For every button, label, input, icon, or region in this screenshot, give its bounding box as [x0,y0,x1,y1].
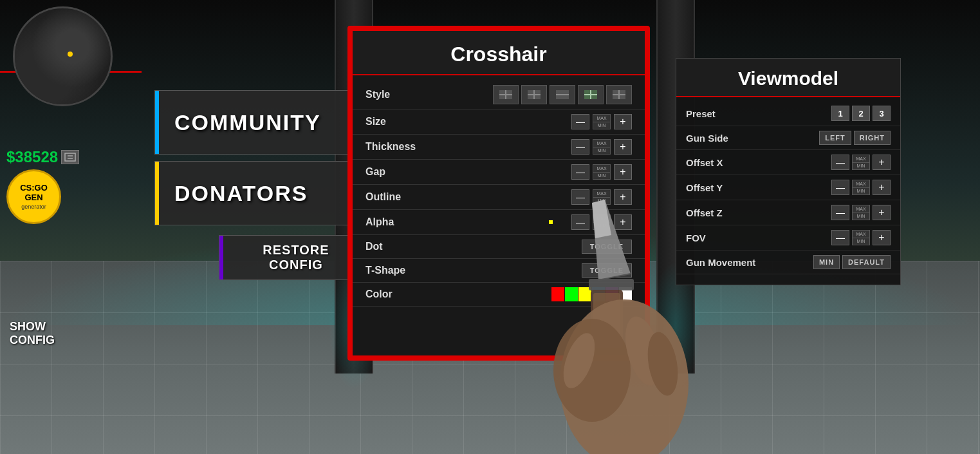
right-btn[interactable]: RIGHT [854,131,891,145]
fov-max[interactable]: MAX [853,231,869,238]
crosshair-gap-row: Gap — MAX MIN + [353,160,645,185]
thickness-max[interactable]: MAX [593,140,610,147]
offsetx-min[interactable]: MIN [853,163,869,170]
csgo-logo-sub: generator [21,203,46,210]
thickness-plus[interactable]: + [614,139,632,155]
fov-minus[interactable]: — [831,230,849,245]
minimap-inner [15,8,111,104]
offsetz-plus[interactable]: + [873,205,891,220]
style-preset-4[interactable] [578,85,604,104]
vm-offsetx-label: Offset X [686,157,831,168]
color-swatch-yellow[interactable] [578,287,591,301]
style-preset-2[interactable] [521,85,547,104]
preset-btn-1[interactable]: 1 [831,106,849,121]
offsety-minus[interactable]: — [831,180,849,195]
alpha-min[interactable]: MIN [593,223,610,230]
dot-toggle[interactable]: TOGGLE [582,240,632,254]
vm-gunmov-controls: MIN DEFAULT [813,255,891,269]
color-swatch-white[interactable] [619,287,632,301]
style-preset-1[interactable] [493,85,519,104]
csgo-logo-gen: GEN [24,193,42,202]
alpha-max[interactable]: MAX [593,215,610,223]
crosshair-outline-row: Outline — MAX MIN + [353,185,645,210]
vm-offsetz-row: Offset Z — MAX MIN + [676,200,900,225]
gap-min[interactable]: MIN [593,173,610,180]
offsetx-max[interactable]: MAX [853,155,869,163]
thickness-maxmin: MAX MIN [593,139,611,155]
style-preset-3[interactable] [550,85,575,104]
viewmodel-title: Viewmodel [676,59,900,97]
gunmov-default-btn[interactable]: DEFAULT [842,255,891,269]
thickness-controls: — MAX MIN + [443,139,632,155]
csgo-logo-text: CS:GO [20,184,48,193]
vm-fov-row: FOV — MAX MIN + [676,225,900,251]
crosshair-panel-inner: Crosshair Style Size [353,31,645,355]
size-min[interactable]: MIN [593,122,610,129]
offsety-plus[interactable]: + [873,180,891,195]
viewmodel-rows: Preset 1 2 3 Gun Side LEFT RIGHT Offset … [676,97,900,278]
dot-controls: TOGGLE [443,240,632,254]
size-controls: — MAX MIN + [443,114,632,129]
offsetz-maxmin: MAX MIN [852,205,870,220]
style-controls [443,85,632,104]
offsetz-max[interactable]: MAX [853,205,869,213]
thickness-minus[interactable]: — [571,139,589,155]
left-btn[interactable]: LEFT [819,131,851,145]
outline-maxmin: MAX MIN [593,189,611,205]
community-button[interactable]: COMMUNITY [154,90,373,155]
outline-max[interactable]: MAX [593,190,610,198]
vm-gunside-controls: LEFT RIGHT [819,131,891,145]
offsety-max[interactable]: MAX [853,180,869,188]
alpha-minus[interactable]: — [571,214,589,230]
vm-offsetz-label: Offset Z [686,207,831,218]
style-preset-5[interactable] [606,85,632,104]
offsetz-min[interactable]: MIN [853,213,869,220]
outline-controls: — MAX MIN + [443,189,632,205]
size-plus[interactable]: + [614,114,632,129]
size-max[interactable]: MAX [593,115,610,122]
donators-button[interactable]: DONATORS [154,161,373,225]
outline-min[interactable]: MIN [593,198,610,205]
gap-controls: — MAX MIN + [443,164,632,180]
offsetz-minus[interactable]: — [831,205,849,220]
color-swatch-green[interactable] [565,287,578,301]
alpha-plus[interactable]: + [614,214,632,230]
svg-rect-0 [65,153,75,161]
donators-accent [155,162,159,225]
fov-min[interactable]: MIN [853,238,869,245]
tshape-label: T-Shape [365,265,443,276]
color-swatch-magenta[interactable] [606,287,618,301]
vm-fov-controls: — MAX MIN + [831,230,891,245]
vm-preset-controls: 1 2 3 [831,106,891,121]
size-minus[interactable]: — [571,114,589,129]
vm-preset-label: Preset [686,108,831,119]
minimap-area [0,0,142,129]
offsety-min[interactable]: MIN [853,188,869,195]
offsetx-plus[interactable]: + [873,155,891,170]
crosshair-size-row: Size — MAX MIN + [353,109,645,135]
csgo-logo: CS:GO GEN generator [6,169,61,224]
thickness-min[interactable]: MIN [593,147,610,155]
offsetx-minus[interactable]: — [831,155,849,170]
tshape-toggle[interactable]: TOGGLE [582,263,632,278]
outline-plus[interactable]: + [614,189,632,205]
preset-btn-2[interactable]: 2 [852,106,870,121]
fov-plus[interactable]: + [873,230,891,245]
color-swatch-red[interactable] [551,287,564,301]
left-panel: COMMUNITY DONATORS RESTORECONFIG [142,39,373,280]
gap-max[interactable]: MAX [593,165,610,173]
vm-fov-label: FOV [686,232,831,243]
gap-maxmin: MAX MIN [593,164,611,180]
dot-label: Dot [365,241,443,252]
money-display: $38528 [6,148,79,166]
size-maxmin: MAX MIN [593,114,611,129]
gap-minus[interactable]: — [571,164,589,180]
gap-plus[interactable]: + [614,164,632,180]
vm-offsety-row: Offset Y — MAX MIN + [676,175,900,200]
gunmov-min-btn[interactable]: MIN [813,255,840,269]
color-swatch-blue[interactable] [592,287,605,301]
vm-preset-row: Preset 1 2 3 [676,101,900,126]
preset-btn-3[interactable]: 3 [873,106,891,121]
outline-minus[interactable]: — [571,189,589,205]
vm-offsetz-controls: — MAX MIN + [831,205,891,220]
